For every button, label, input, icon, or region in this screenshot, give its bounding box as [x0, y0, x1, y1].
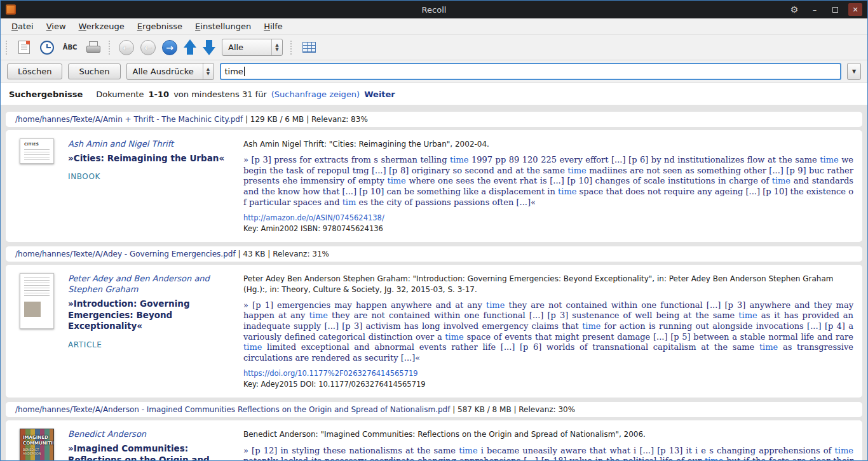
abc-icon: ÂBC — [63, 44, 78, 51]
search-history-dropdown[interactable]: ▼ — [847, 63, 861, 80]
menu-werkzeuge[interactable]: Werkzeuge — [73, 20, 130, 33]
docs-range: 1-10 — [149, 90, 170, 99]
toolbar: ÂBC ← ← → Alle ▲▼ — [1, 35, 867, 60]
menubar: Datei View Werkzeuge Ergebnisse Einstell… — [1, 18, 867, 35]
result-path-bar[interactable]: /home/hannes/Texte/A/Anderson - Imagined… — [6, 402, 862, 417]
search-bar: Löschen Suchen Alle Ausdrücke ▲▼ time ▼ — [1, 60, 867, 83]
prev-page-icon[interactable]: ← — [140, 40, 156, 55]
printer-icon — [86, 41, 99, 53]
docs-count-text: von mindestens 31 für — [173, 90, 267, 99]
table-view-icon[interactable] — [301, 39, 317, 57]
result-file-path[interactable]: /home/hannes/Texte/A/Amin + Thrift - The… — [15, 115, 243, 124]
next-results-link[interactable]: Weiter — [364, 90, 395, 99]
result-authors: Ash Amin and Nigel Thrift — [68, 139, 231, 150]
result-file-path[interactable]: /home/hannes/Texte/A/Adey - Governing Em… — [15, 250, 236, 258]
result-body: IMAGINED COMMUNITIESBENEDICT ANDERSON Be… — [6, 420, 862, 460]
app-icon — [6, 4, 16, 15]
result-item: /home/hannes/Texte/A/Adey - Governing Em… — [1, 246, 867, 398]
menu-view[interactable]: View — [41, 20, 72, 33]
close-button[interactable]: ✕ — [848, 3, 862, 16]
result-citation: Benedict Anderson: "Imagined Communities… — [243, 429, 853, 439]
result-file-details: | 587 KB / 8 MB | Relevanz: 30% — [450, 405, 575, 414]
result-content-column: Benedict Anderson: "Imagined Communities… — [243, 429, 853, 460]
thumbnail-column: IMAGINED COMMUNITIESBENEDICT ANDERSON — [18, 429, 55, 460]
result-item: /home/hannes/Texte/A/Anderson - Imagined… — [1, 402, 867, 460]
result-snippet: » [p 3] press for extracts from s sherma… — [243, 155, 853, 208]
result-doctype-badge: INBOOK — [68, 172, 231, 181]
search-mode-value: Alle Ausdrücke — [133, 67, 200, 76]
toolbar-handle[interactable] — [109, 41, 111, 55]
maximize-icon — [832, 7, 838, 13]
result-key: Key: Adey2015 DOI: 10.1177/0263276414565… — [243, 380, 853, 389]
spinner-arrows-icon[interactable]: ▲▼ — [203, 63, 214, 79]
result-file-path[interactable]: /home/hannes/Texte/A/Anderson - Imagined… — [15, 405, 450, 414]
history-clock-icon[interactable] — [39, 39, 55, 57]
result-citation: Ash Amin Nigel Thrift: "Cities: Reimagin… — [243, 139, 853, 149]
result-meta-column: Peter Adey and Ben Anderson and Stephen … — [68, 273, 231, 389]
result-body: CITIES Ash Amin and Nigel Thrift »Cities… — [6, 130, 862, 242]
gear-icon[interactable]: ⚙ — [787, 3, 801, 16]
arrow-down-icon[interactable] — [203, 39, 215, 55]
clock-icon — [40, 41, 54, 55]
result-citation: Peter Adey Ben Anderson Stephen Graham: … — [243, 274, 853, 294]
result-url-link[interactable]: http://amazon.de/o/ASIN/0745624138/ — [243, 213, 853, 222]
result-content-column: Ash Amin Nigel Thrift: "Cities: Reimagin… — [243, 138, 853, 233]
text-caret — [244, 67, 245, 76]
print-icon[interactable] — [85, 39, 101, 57]
result-body: Peter Adey and Ben Anderson and Stephen … — [6, 265, 862, 398]
result-file-details: | 129 KB / 6 MB | Relevanz: 83% — [243, 115, 368, 124]
category-filter-value: Alle — [228, 43, 250, 52]
result-item: /home/hannes/Texte/A/Amin + Thrift - The… — [1, 112, 867, 242]
term-explorer-icon[interactable]: ÂBC — [62, 39, 78, 57]
result-path-bar[interactable]: /home/hannes/Texte/A/Adey - Governing Em… — [6, 246, 862, 262]
toolbar-handle[interactable] — [6, 41, 8, 55]
result-title: »Imagined Communities: Reflections on th… — [68, 443, 231, 460]
menu-hilfe[interactable]: Hilfe — [258, 20, 288, 33]
result-thumbnail[interactable]: IMAGINED COMMUNITIESBENEDICT ANDERSON — [20, 429, 54, 460]
window-controls: ⚙ – ✕ — [787, 3, 862, 16]
result-doctype-badge: ARTICLE — [68, 340, 231, 349]
result-key: Key: Amin2002 ISBN: 9780745624136 — [243, 224, 853, 233]
result-content-column: Peter Adey Ben Anderson Stephen Graham: … — [243, 273, 853, 389]
search-button[interactable]: Suchen — [68, 63, 120, 79]
search-mode-select[interactable]: Alle Ausdrücke ▲▼ — [126, 63, 214, 80]
maximize-button[interactable] — [828, 3, 842, 16]
results-list: /home/hannes/Texte/A/Amin + Thrift - The… — [1, 105, 867, 460]
next-page-icon[interactable]: → — [162, 40, 177, 55]
result-url-link[interactable]: https://doi.org/10.1177%2F02632764145657… — [243, 369, 853, 378]
show-query-link[interactable]: (Suchanfrage zeigen) — [271, 90, 360, 99]
result-thumbnail[interactable] — [20, 273, 54, 329]
menu-datei[interactable]: Datei — [6, 20, 39, 33]
search-input[interactable]: time — [220, 63, 842, 80]
result-snippet: » [p 1] emergencies may happen anywhere … — [243, 300, 853, 364]
result-title: »Cities: Reimagining the Urban« — [68, 153, 231, 164]
titlebar[interactable]: Recoll ⚙ – ✕ — [1, 1, 867, 18]
menu-einstellungen[interactable]: Einstellungen — [189, 20, 257, 33]
result-title: »Introduction: Governing Emergencies: Be… — [68, 298, 231, 332]
result-meta-column: Ash Amin and Nigel Thrift »Cities: Reima… — [68, 138, 231, 233]
results-header: Suchergebnisse Dokumente 1-10 von mindes… — [1, 83, 867, 105]
arrow-up-icon[interactable] — [184, 39, 196, 55]
recoll-window: Recoll ⚙ – ✕ Datei View Werkzeuge Ergebn… — [0, 0, 868, 461]
menu-ergebnisse[interactable]: Ergebnisse — [132, 20, 188, 33]
clear-search-icon[interactable] — [16, 39, 32, 57]
result-meta-column: Benedict Anderson »Imagined Communities:… — [68, 429, 231, 460]
first-page-icon[interactable]: ← — [119, 40, 134, 55]
result-snippet: » [p 12] in styling these nationalisms a… — [243, 446, 853, 460]
result-path-bar[interactable]: /home/hannes/Texte/A/Amin + Thrift - The… — [6, 112, 862, 127]
document-icon — [18, 41, 30, 54]
clear-button[interactable]: Löschen — [7, 63, 62, 79]
grid-icon — [302, 42, 316, 53]
thumbnail-column — [18, 273, 55, 389]
category-filter-select[interactable]: Alle ▲▼ — [222, 39, 283, 56]
result-thumbnail[interactable]: CITIES — [20, 138, 54, 164]
search-input-text: time — [225, 67, 243, 76]
result-file-details: | 43 KB | Relevanz: 31% — [236, 250, 329, 258]
window-title: Recoll — [1, 5, 867, 15]
minimize-button[interactable]: – — [808, 3, 822, 16]
toolbar-handle[interactable] — [290, 41, 293, 55]
result-authors: Peter Adey and Ben Anderson and Stephen … — [68, 274, 231, 295]
thumbnail-column: CITIES — [18, 138, 55, 233]
spinner-arrows-icon[interactable]: ▲▼ — [271, 39, 282, 55]
results-title: Suchergebnisse — [9, 90, 83, 99]
